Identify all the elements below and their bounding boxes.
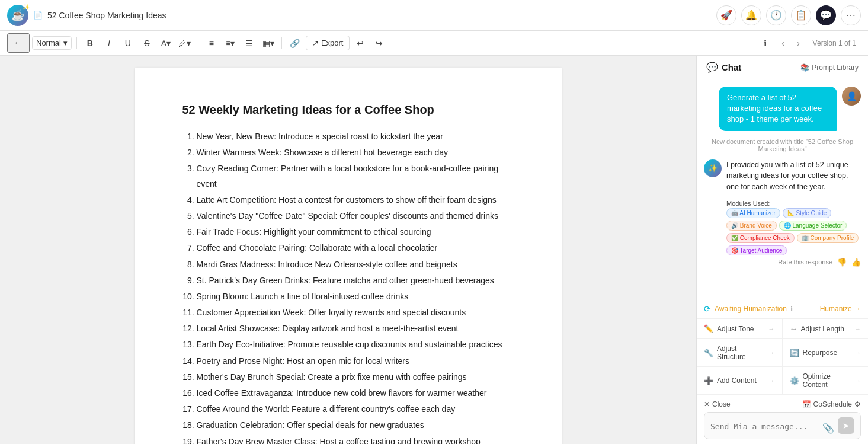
module-ai-humanizer[interactable]: 🤖 AI Humanizer <box>726 208 780 218</box>
list-item: Father's Day Brew Master Class: Host a c… <box>197 434 514 444</box>
user-avatar: 👤 <box>842 87 861 106</box>
help-icon-btn[interactable]: ℹ <box>757 35 774 52</box>
modules-label: Modules Used: <box>726 200 770 207</box>
ordered-list-button[interactable]: ≡ <box>203 35 220 52</box>
strikethrough-button[interactable]: S <box>139 35 155 52</box>
document-title: 52 Weekly Marketing Ideas for a Coffee S… <box>182 103 514 117</box>
module-style-guide[interactable]: 📐 Style Guide <box>783 208 831 218</box>
chat-title-area: 💬 Chat <box>706 62 741 73</box>
undo-button[interactable]: ↩ <box>352 35 369 52</box>
module-language-selector[interactable]: 🌐 Language Selector <box>779 221 847 231</box>
export-icon: ↗ <box>312 39 319 47</box>
humanize-button[interactable]: Humanize → <box>820 305 861 313</box>
document-icon-btn[interactable]: 📋 <box>791 5 811 25</box>
list-item: Customer Appreciation Week: Offer loyalt… <box>197 305 514 321</box>
adjust-length-button[interactable]: ↔️ Adjust Length → <box>783 319 869 339</box>
add-content-arrow: → <box>768 377 775 384</box>
adjust-structure-icon: 🔧 <box>704 349 713 357</box>
adjust-length-arrow: → <box>854 325 861 333</box>
more-icon-btn[interactable]: ⋯ <box>841 5 861 25</box>
prompt-library-icon: 📚 <box>800 63 809 72</box>
adjust-structure-arrow: → <box>768 349 775 356</box>
module-brand-voice[interactable]: 🔊 Brand Voice <box>726 221 777 231</box>
bullet-list-button[interactable]: ☰ <box>241 35 258 52</box>
user-message-bubble: Generate a list of 52 marketing ideas fo… <box>719 87 837 131</box>
repurpose-label: Repurpose <box>803 349 838 357</box>
prompt-library-button[interactable]: 📚 Prompt Library <box>800 63 859 72</box>
document-area: 52 Weekly Marketing Ideas for a Coffee S… <box>0 56 696 444</box>
underline-button[interactable]: U <box>120 35 136 52</box>
module-compliance-check[interactable]: ✅ Compliance Check <box>726 233 795 243</box>
separator-2 <box>198 37 198 49</box>
list-item: Coffee Around the World: Feature a diffe… <box>197 401 514 417</box>
bold-button[interactable]: B <box>82 35 98 52</box>
adjust-length-icon: ↔️ <box>790 324 797 333</box>
link-button[interactable]: 🔗 <box>287 35 303 52</box>
module-company-profile[interactable]: 🏢 Company Profile <box>797 233 859 243</box>
optimize-content-button[interactable]: ⚙️ Optimize Content → <box>783 367 869 395</box>
list-item: Cozy Reading Corner: Partner with a loca… <box>197 161 514 191</box>
humanize-bar: ⟳ Awaiting Humanization ℹ Humanize → <box>697 299 868 318</box>
close-button[interactable]: ✕ Close <box>704 400 731 408</box>
list-item: New Year, New Brew: Introduce a special … <box>197 129 514 145</box>
document-page: 52 Weekly Marketing Ideas for a Coffee S… <box>135 68 562 444</box>
attach-icon[interactable]: 📎 <box>822 423 834 434</box>
chat-bottom: ✕ Close 📅 CoSchedule ⚙ 📎 ➤ <box>697 395 868 444</box>
chat-icon-btn[interactable]: 💬 <box>816 5 836 25</box>
prev-version-button[interactable]: ‹ <box>776 36 790 50</box>
rate-section: Rate this response 👎 👍 <box>726 258 861 267</box>
rocket-icon-btn[interactable]: 🚀 <box>716 5 736 25</box>
thumbs-down-button[interactable]: 👎 <box>837 258 847 267</box>
chat-title: Chat <box>722 62 741 72</box>
repurpose-button[interactable]: 🔄 Repurpose → <box>783 339 869 367</box>
bell-icon-btn[interactable]: 🔔 <box>741 5 761 25</box>
italic-button[interactable]: I <box>101 35 117 52</box>
module-target-audience[interactable]: 🎯 Target Audience <box>726 245 787 255</box>
version-label: Version 1 of 1 <box>808 39 861 47</box>
next-version-button[interactable]: › <box>792 36 806 50</box>
add-content-icon: ➕ <box>704 376 713 385</box>
list-item: Winter Warmers Week: Showcase a differen… <box>197 145 514 161</box>
modules-section: Modules Used: 🤖 AI Humanizer 📐 Style Gui… <box>726 197 861 255</box>
optimize-content-arrow: → <box>854 377 861 384</box>
list-item: Graduation Celebration: Offer special de… <box>197 417 514 433</box>
list-item: Poetry and Prose Night: Host an open mic… <box>197 353 514 369</box>
send-button[interactable]: ➤ <box>838 417 854 434</box>
adjust-tone-label: Adjust Tone <box>717 325 754 333</box>
spinner-icon: ⟳ <box>704 304 711 314</box>
adjust-tone-arrow: → <box>768 325 775 333</box>
adjust-structure-button[interactable]: 🔧 Adjust Structure → <box>697 339 783 367</box>
list-item: Spring Bloom: Launch a line of floral-in… <box>197 289 514 305</box>
coschedule-button[interactable]: 📅 CoSchedule ⚙ <box>802 400 861 408</box>
repurpose-icon: 🔄 <box>790 349 799 357</box>
chat-bubble-icon: 💬 <box>706 62 718 73</box>
formatting-toolbar: ← Normal ▾ B I U S A▾ 🖊▾ ≡ ≡▾ ☰ ▦▾ 🔗 ↗ E… <box>0 31 868 56</box>
top-header: ☕ ✨ 📄 52 Coffee Shop Marketing Ideas 🚀 🔔… <box>0 0 868 31</box>
add-content-button[interactable]: ➕ Add Content → <box>697 367 783 395</box>
align-button[interactable]: ≡▾ <box>222 35 239 52</box>
info-icon: ℹ <box>790 305 793 313</box>
rate-label: Rate this response <box>778 258 832 266</box>
chat-input[interactable] <box>710 422 819 434</box>
export-button[interactable]: ↗ Export <box>306 36 350 50</box>
version-nav: ‹ › <box>776 36 806 50</box>
text-color-button[interactable]: A▾ <box>158 35 174 52</box>
history-icon-btn[interactable]: 🕐 <box>766 5 786 25</box>
ai-avatar: ✨ <box>704 159 722 177</box>
list-item: Mardi Gras Madness: Introduce New Orlean… <box>197 257 514 273</box>
chat-header: 💬 Chat 📚 Prompt Library <box>697 56 868 79</box>
optimize-content-icon: ⚙️ <box>790 376 799 385</box>
adjust-tone-button[interactable]: ✏️ Adjust Tone → <box>697 319 783 339</box>
coschedule-icon: 📅 <box>802 400 811 408</box>
add-content-label: Add Content <box>717 376 757 385</box>
thumbs-up-button[interactable]: 👍 <box>851 258 861 267</box>
ai-message: ✨ I provided you with a list of 52 uniqu… <box>704 159 861 267</box>
style-selector[interactable]: Normal ▾ <box>32 36 72 50</box>
redo-button[interactable]: ↪ <box>371 35 387 52</box>
highlight-button[interactable]: 🖊▾ <box>177 35 193 52</box>
main-area: 52 Weekly Marketing Ideas for a Coffee S… <box>0 56 868 444</box>
back-button[interactable]: ← <box>7 33 30 53</box>
table-button[interactable]: ▦▾ <box>260 35 277 52</box>
separator-1 <box>76 37 77 49</box>
logo-area: ☕ ✨ 📄 52 Coffee Shop Marketing Ideas <box>7 5 716 26</box>
